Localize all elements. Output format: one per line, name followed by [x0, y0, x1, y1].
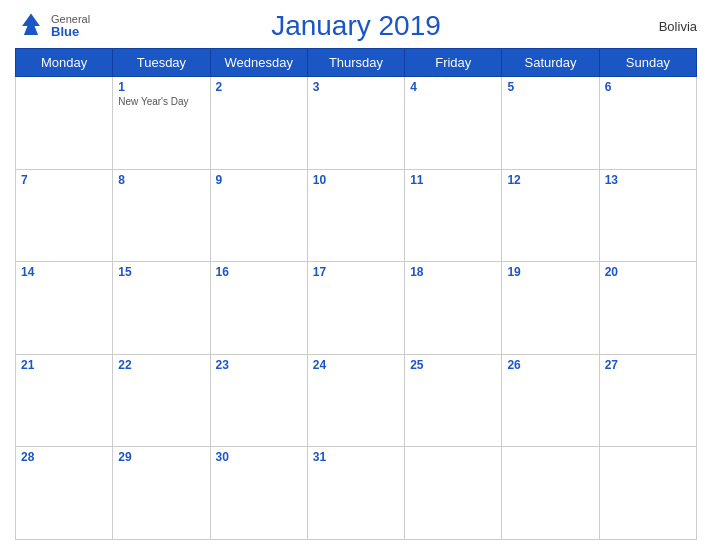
calendar-week-5: 28293031	[16, 447, 697, 540]
day-number: 7	[21, 173, 107, 187]
day-number: 18	[410, 265, 496, 279]
day-number: 1	[118, 80, 204, 94]
day-number: 21	[21, 358, 107, 372]
weekday-header-tuesday: Tuesday	[113, 49, 210, 77]
calendar-cell	[599, 447, 696, 540]
calendar-cell: 23	[210, 354, 307, 447]
day-number: 17	[313, 265, 399, 279]
day-number: 6	[605, 80, 691, 94]
calendar-cell: 4	[405, 77, 502, 170]
day-number: 10	[313, 173, 399, 187]
calendar-cell	[16, 77, 113, 170]
day-number: 2	[216, 80, 302, 94]
day-number: 27	[605, 358, 691, 372]
day-number: 24	[313, 358, 399, 372]
day-number: 22	[118, 358, 204, 372]
calendar-cell: 3	[307, 77, 404, 170]
calendar-cell: 16	[210, 262, 307, 355]
logo: General Blue	[15, 10, 90, 42]
calendar-cell: 31	[307, 447, 404, 540]
calendar-cell: 27	[599, 354, 696, 447]
day-number: 23	[216, 358, 302, 372]
calendar-cell: 30	[210, 447, 307, 540]
calendar-cell: 21	[16, 354, 113, 447]
calendar-cell: 2	[210, 77, 307, 170]
day-number: 29	[118, 450, 204, 464]
day-number: 16	[216, 265, 302, 279]
calendar-cell: 26	[502, 354, 599, 447]
calendar-week-2: 78910111213	[16, 169, 697, 262]
calendar-table: MondayTuesdayWednesdayThursdayFridaySatu…	[15, 48, 697, 540]
calendar-cell: 12	[502, 169, 599, 262]
calendar-cell: 7	[16, 169, 113, 262]
day-number: 13	[605, 173, 691, 187]
calendar-cell: 6	[599, 77, 696, 170]
weekday-header-monday: Monday	[16, 49, 113, 77]
calendar-cell: 8	[113, 169, 210, 262]
calendar-cell: 17	[307, 262, 404, 355]
calendar-title: January 2019	[271, 10, 441, 42]
calendar-cell	[502, 447, 599, 540]
calendar-cell	[405, 447, 502, 540]
weekday-header-wednesday: Wednesday	[210, 49, 307, 77]
weekday-header-row: MondayTuesdayWednesdayThursdayFridaySatu…	[16, 49, 697, 77]
calendar-cell: 15	[113, 262, 210, 355]
day-number: 15	[118, 265, 204, 279]
holiday-label: New Year's Day	[118, 96, 204, 107]
calendar-cell: 10	[307, 169, 404, 262]
logo-text: General Blue	[51, 13, 90, 39]
calendar-week-1: 1New Year's Day23456	[16, 77, 697, 170]
calendar-cell: 13	[599, 169, 696, 262]
day-number: 14	[21, 265, 107, 279]
day-number: 26	[507, 358, 593, 372]
calendar-week-3: 14151617181920	[16, 262, 697, 355]
day-number: 25	[410, 358, 496, 372]
day-number: 19	[507, 265, 593, 279]
logo-blue-text: Blue	[51, 25, 90, 39]
day-number: 12	[507, 173, 593, 187]
calendar-cell: 5	[502, 77, 599, 170]
logo-icon	[15, 10, 47, 42]
day-number: 3	[313, 80, 399, 94]
calendar-cell: 25	[405, 354, 502, 447]
calendar-cell: 11	[405, 169, 502, 262]
calendar-cell: 1New Year's Day	[113, 77, 210, 170]
calendar-cell: 14	[16, 262, 113, 355]
calendar-cell: 24	[307, 354, 404, 447]
day-number: 9	[216, 173, 302, 187]
day-number: 11	[410, 173, 496, 187]
weekday-header-friday: Friday	[405, 49, 502, 77]
day-number: 30	[216, 450, 302, 464]
calendar-cell: 19	[502, 262, 599, 355]
calendar-cell: 18	[405, 262, 502, 355]
day-number: 4	[410, 80, 496, 94]
calendar-cell: 20	[599, 262, 696, 355]
country-label: Bolivia	[659, 19, 697, 34]
weekday-header-sunday: Sunday	[599, 49, 696, 77]
day-number: 5	[507, 80, 593, 94]
calendar-cell: 28	[16, 447, 113, 540]
day-number: 31	[313, 450, 399, 464]
day-number: 8	[118, 173, 204, 187]
day-number: 20	[605, 265, 691, 279]
day-number: 28	[21, 450, 107, 464]
calendar-header: General Blue January 2019 Bolivia	[15, 10, 697, 42]
calendar-week-4: 21222324252627	[16, 354, 697, 447]
calendar-cell: 22	[113, 354, 210, 447]
calendar-cell: 29	[113, 447, 210, 540]
calendar-cell: 9	[210, 169, 307, 262]
weekday-header-saturday: Saturday	[502, 49, 599, 77]
weekday-header-thursday: Thursday	[307, 49, 404, 77]
